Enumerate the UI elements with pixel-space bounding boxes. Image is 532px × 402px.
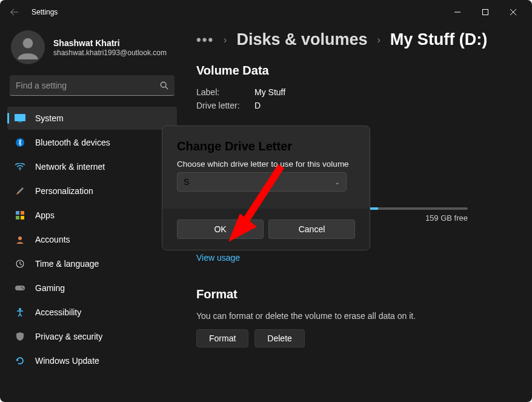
svg-point-6 (19, 169, 21, 170)
maximize-button[interactable] (471, 2, 499, 22)
avatar (11, 30, 45, 64)
volume-label-row: Label: My Stuff (196, 87, 514, 97)
nav-item-windows-update[interactable]: Windows Update (7, 349, 177, 372)
volume-letter-key: Drive letter: (196, 101, 254, 110)
shield-icon (15, 331, 25, 342)
format-section: Format You can format or delete the volu… (196, 287, 514, 347)
minimize-icon (454, 9, 461, 15)
cancel-button[interactable]: Cancel (268, 219, 355, 239)
svg-point-1 (23, 38, 33, 49)
nav-item-privacy[interactable]: Privacy & security (7, 325, 177, 348)
minimize-button[interactable] (444, 2, 471, 22)
chevron-right-icon: › (377, 35, 381, 45)
profile-text: Shashwat Khatri shashwat.khatri1993@outl… (53, 38, 167, 57)
chevron-down-icon: ⌄ (334, 178, 340, 186)
brush-icon (15, 186, 25, 196)
arrow-left-icon (10, 8, 19, 16)
search-icon (160, 81, 168, 90)
delete-button[interactable]: Delete (254, 329, 304, 347)
profile-email: shashwat.khatri1993@outlook.com (53, 49, 167, 57)
nav-label: Accounts (35, 235, 70, 244)
gaming-icon (15, 283, 25, 293)
nav-label: Personalization (35, 186, 93, 196)
svg-rect-7 (16, 211, 19, 215)
nav-item-time-language[interactable]: Time & language (7, 252, 177, 275)
nav-item-gaming[interactable]: Gaming (7, 276, 177, 300)
svg-rect-13 (15, 286, 25, 290)
svg-rect-4 (18, 121, 22, 122)
nav-label: Time & language (35, 259, 99, 269)
display-icon (15, 113, 25, 124)
svg-rect-10 (21, 216, 24, 219)
maximize-icon (482, 9, 488, 15)
nav-item-personalization[interactable]: Personalization (7, 179, 177, 203)
nav-label: Windows Update (35, 356, 99, 366)
svg-rect-0 (483, 10, 488, 15)
window-title: Settings (32, 8, 58, 16)
nav-label: Privacy & security (35, 332, 102, 341)
nav-label: System (35, 113, 64, 123)
dialog-body: Change Drive Letter Choose which drive l… (162, 126, 370, 209)
clock-icon (15, 258, 25, 269)
breadcrumb-current: My Stuff (D:) (390, 30, 487, 49)
close-button[interactable] (499, 2, 527, 22)
format-heading: Format (196, 287, 514, 301)
svg-rect-3 (15, 114, 25, 121)
titlebar: Settings (0, 0, 532, 24)
drive-letter-selected: S (184, 177, 189, 187)
format-desc: You can format or delete the volume to e… (196, 311, 514, 321)
person-icon (16, 35, 40, 59)
volume-label-key: Label: (196, 87, 254, 97)
svg-point-14 (21, 287, 22, 288)
volume-letter-val: D (254, 101, 261, 110)
nav-label: Gaming (35, 283, 65, 293)
sidebar: Shashwat Khatri shashwat.khatri1993@outl… (0, 24, 182, 402)
nav-item-accessibility[interactable]: Accessibility (7, 301, 177, 324)
nav-label: Network & internet (35, 162, 105, 172)
apps-icon (15, 210, 25, 221)
svg-point-16 (19, 308, 21, 310)
format-buttons: Format Delete (196, 329, 514, 347)
dialog-title: Change Drive Letter (177, 139, 355, 153)
settings-window: Settings Shashwat Khatri shashwat.khatri… (0, 0, 532, 402)
accessibility-icon (15, 307, 25, 318)
change-drive-letter-dialog: Change Drive Letter Choose which drive l… (162, 126, 370, 250)
profile-name: Shashwat Khatri (53, 38, 167, 48)
nav-list: System Bluetooth & devices Network & int… (7, 107, 177, 372)
nav-label: Apps (35, 210, 55, 220)
wifi-icon (15, 161, 25, 172)
nav-item-network[interactable]: Network & internet (7, 155, 177, 178)
ok-button[interactable]: OK (177, 219, 264, 239)
nav-item-bluetooth[interactable]: Bluetooth & devices (7, 131, 177, 154)
svg-point-15 (22, 288, 24, 289)
breadcrumb-more[interactable]: ••• (196, 32, 214, 48)
nav-label: Bluetooth & devices (35, 138, 110, 147)
back-button[interactable] (5, 2, 24, 22)
bluetooth-icon (15, 137, 25, 148)
dialog-desc: Choose which drive letter to use for thi… (177, 159, 355, 169)
volume-letter-row: Drive letter: D (196, 101, 514, 110)
volume-data-heading: Volume Data (196, 64, 514, 78)
svg-point-2 (161, 82, 166, 87)
profile-block[interactable]: Shashwat Khatri shashwat.khatri1993@outl… (7, 24, 177, 75)
window-controls (444, 2, 527, 22)
svg-rect-8 (21, 211, 24, 215)
volume-label-val: My Stuff (254, 87, 285, 97)
dialog-footer: OK Cancel (162, 209, 370, 250)
nav-item-apps[interactable]: Apps (7, 204, 177, 227)
breadcrumb: ••• › Disks & volumes › My Stuff (D:) (196, 30, 514, 49)
nav-item-system[interactable]: System (7, 107, 177, 130)
search-input[interactable] (16, 81, 160, 90)
svg-rect-9 (16, 216, 19, 219)
drive-letter-select[interactable]: S ⌄ (177, 172, 347, 192)
chevron-right-icon: › (224, 35, 227, 45)
breadcrumb-link[interactable]: Disks & volumes (236, 30, 367, 49)
nav-item-accounts[interactable]: Accounts (7, 228, 177, 251)
update-icon (15, 355, 25, 366)
search-box[interactable] (10, 75, 175, 96)
format-button[interactable]: Format (196, 329, 248, 347)
nav-label: Accessibility (35, 307, 81, 317)
close-icon (510, 9, 516, 15)
view-usage-link[interactable]: View usage (196, 253, 240, 263)
accounts-icon (15, 234, 25, 245)
